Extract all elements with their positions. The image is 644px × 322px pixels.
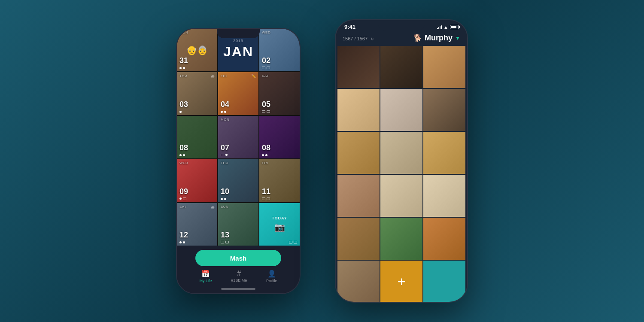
tab-my-life[interactable]: 📅 My Life [199, 270, 212, 283]
photo-5[interactable] [380, 89, 422, 131]
sync-icon: ↻ [371, 37, 374, 41]
photo-10[interactable] [337, 175, 380, 217]
photo-3[interactable] [423, 46, 465, 88]
pet-title[interactable]: 🐕 Murphy ▼ [413, 33, 460, 43]
edit-icon-02: ✏️ [292, 30, 297, 35]
photo-15[interactable] [423, 218, 465, 260]
left-phone-notch [217, 29, 260, 38]
chevron-down-icon: ▼ [455, 35, 460, 41]
photo-14[interactable] [380, 218, 422, 260]
header-bar: 1567 / 1567 ↻ 🐕 Murphy ▼ [336, 32, 467, 46]
status-icons: ▲ [437, 24, 459, 30]
right-phone-notch [378, 20, 425, 30]
tab-1se-me[interactable]: # #1SE Me [231, 270, 247, 283]
battery-icon [450, 25, 459, 29]
cal-day-10[interactable]: THU 10 [218, 159, 258, 202]
edit-icon-04: ✏️ [251, 74, 256, 78]
photo-count: 1567 / 1567 ↻ [343, 34, 374, 42]
cal-day-12[interactable]: SAT 12 ⊕ [177, 203, 217, 246]
home-indicator [221, 288, 255, 290]
cal-day-04[interactable]: FRI 04 ✏️ [218, 72, 258, 115]
pet-emoji: 🐕 [413, 34, 422, 42]
photo-16[interactable] [337, 261, 380, 303]
cal-day-31[interactable]: 👴👵 MON 31 [177, 29, 217, 71]
cal-day-05[interactable]: SAT 05 [259, 72, 300, 115]
photo-9[interactable] [423, 132, 465, 174]
photo-8[interactable] [380, 132, 422, 174]
cal-day-08a[interactable]: 08 [177, 116, 217, 158]
photo-11[interactable] [380, 175, 422, 217]
cal-day-13[interactable]: SUN 13 [218, 203, 258, 246]
signal-bars-icon [437, 25, 442, 29]
photo-6[interactable] [423, 89, 465, 131]
photo-7[interactable] [337, 132, 380, 174]
person-icon: 👤 [267, 270, 276, 278]
calendar-icon: 📅 [201, 270, 210, 278]
add-icon-03: ⊕ [211, 74, 215, 79]
add-icon: + [398, 274, 406, 290]
mash-button[interactable]: Mash [195, 250, 281, 266]
photo-12[interactable] [423, 175, 465, 217]
left-phone: 👴👵 MON 31 2019 JAN WED 02 [176, 28, 301, 294]
calendar-grid: 👴👵 MON 31 2019 JAN WED 02 [177, 29, 300, 246]
bottom-section: Mash 📅 My Life # #1SE Me 👤 Profile [177, 246, 300, 293]
right-phone: 9:41 ▲ 1567 / 1567 ↻ 🐕 Murphy ▼ [335, 19, 468, 303]
teal-placeholder-1 [423, 261, 465, 303]
photo-4[interactable] [337, 89, 380, 131]
add-icon-12: ⊕ [211, 205, 215, 210]
cal-day-08b[interactable]: 08 [259, 116, 300, 158]
cal-day-02[interactable]: WED 02 ✏️ [259, 29, 300, 71]
cal-day-03[interactable]: THU 03 ⊕ [177, 72, 217, 115]
cal-day-07[interactable]: MON 07 [218, 116, 258, 158]
status-time: 9:41 [344, 24, 355, 30]
tab-profile[interactable]: 👤 Profile [266, 270, 277, 283]
add-photo-button[interactable]: + [380, 261, 422, 303]
tab-bar: 📅 My Life # #1SE Me 👤 Profile [185, 270, 291, 285]
photo-2[interactable] [380, 46, 422, 88]
pet-name: Murphy [425, 33, 453, 43]
cal-day-today[interactable]: TODAY 📷 [259, 203, 300, 246]
camera-icon: 📷 [274, 222, 285, 232]
wifi-icon: ▲ [444, 24, 448, 30]
left-phone-screen: 👴👵 MON 31 2019 JAN WED 02 [177, 29, 300, 293]
photo-1[interactable] [337, 46, 380, 88]
hashtag-icon: # [237, 270, 241, 277]
cal-day-11[interactable]: FRI 11 [259, 159, 300, 202]
photo-grid-container: + [336, 46, 467, 303]
photo-grid: + [337, 46, 465, 303]
cal-day-09[interactable]: WED 09 [177, 159, 217, 202]
photo-13[interactable] [337, 218, 380, 260]
